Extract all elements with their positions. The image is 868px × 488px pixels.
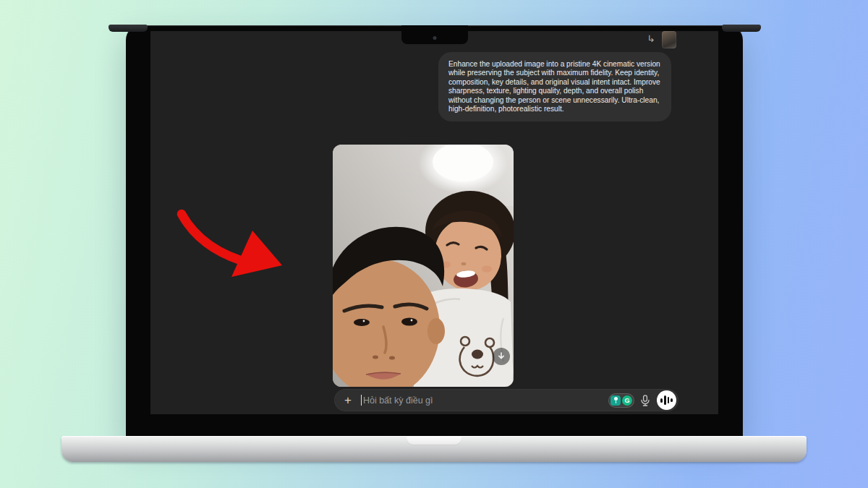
microphone-icon — [641, 395, 650, 406]
grammarly-icon[interactable]: G — [622, 395, 632, 406]
chat-input-bar[interactable]: + Hỏi bất kỳ điều gì G — [334, 389, 678, 411]
dictate-button[interactable] — [641, 395, 650, 406]
uploaded-image-thumbnail[interactable] — [662, 31, 676, 48]
input-placeholder[interactable]: Hỏi bất kỳ điều gì — [363, 395, 608, 406]
extension-pin-icon[interactable] — [610, 395, 621, 406]
download-icon — [497, 352, 506, 361]
browser-extension-badge[interactable]: G — [608, 393, 634, 408]
laptop-base — [61, 436, 807, 462]
photo-man — [333, 227, 445, 387]
laptop-lid-scoop — [407, 436, 461, 445]
user-message-text: Enhance the uploaded image into a pristi… — [448, 60, 660, 113]
text-caret — [361, 395, 362, 406]
laptop-foot — [722, 25, 761, 32]
reply-arrow-icon: ↳ — [647, 34, 655, 43]
waveform-icon — [660, 398, 663, 403]
generated-photo[interactable] — [333, 145, 514, 387]
attach-plus-button[interactable]: + — [344, 394, 352, 406]
laptop-foot — [109, 25, 148, 32]
red-annotation-arrow — [166, 205, 297, 286]
laptop-notch — [401, 25, 468, 44]
download-button[interactable] — [493, 348, 510, 365]
webcam-icon — [433, 36, 436, 40]
voice-mode-button[interactable] — [657, 390, 676, 410]
user-message-bubble: Enhance the uploaded image into a pristi… — [438, 52, 671, 121]
photo-illustration — [333, 145, 514, 387]
